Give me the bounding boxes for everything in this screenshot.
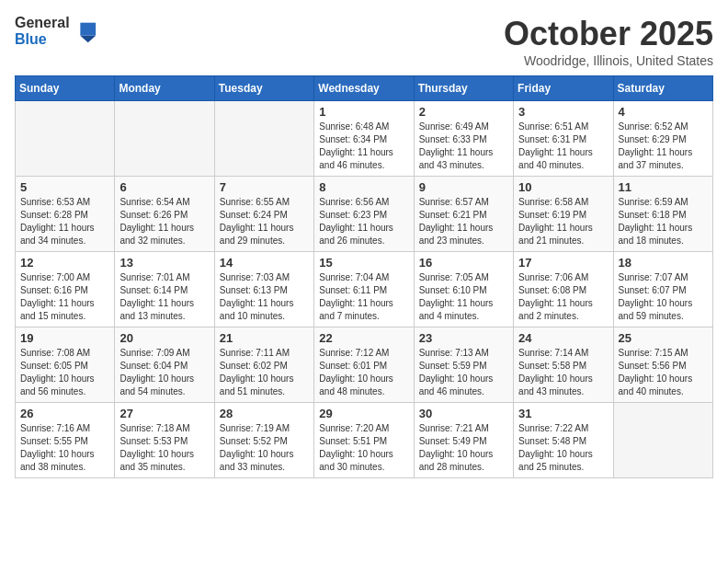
day-info: Sunrise: 7:12 AM Sunset: 6:01 PM Dayligh…: [319, 347, 408, 398]
day-number: 22: [319, 331, 408, 345]
calendar-cell: 30Sunrise: 7:21 AM Sunset: 5:49 PM Dayli…: [414, 403, 513, 478]
calendar-cell: [214, 101, 313, 177]
title-block: October 2025 Woodridge, Illinois, United…: [504, 15, 713, 68]
day-number: 27: [119, 407, 209, 420]
day-info: Sunrise: 6:52 AM Sunset: 6:29 PM Dayligh…: [619, 121, 708, 172]
day-number: 24: [518, 331, 608, 345]
day-info: Sunrise: 6:55 AM Sunset: 6:24 PM Dayligh…: [220, 196, 309, 247]
day-info: Sunrise: 6:48 AM Sunset: 6:34 PM Dayligh…: [319, 121, 408, 172]
location: Woodridge, Illinois, United States: [504, 53, 713, 68]
calendar-cell: 3Sunrise: 6:51 AM Sunset: 6:31 PM Daylig…: [514, 101, 613, 177]
calendar-cell: 2Sunrise: 6:49 AM Sunset: 6:33 PM Daylig…: [414, 101, 513, 177]
day-info: Sunrise: 6:58 AM Sunset: 6:19 PM Dayligh…: [518, 196, 608, 247]
day-number: 25: [619, 331, 708, 345]
calendar-cell: 24Sunrise: 7:14 AM Sunset: 5:58 PM Dayli…: [514, 327, 613, 403]
day-number: 26: [20, 407, 109, 420]
day-number: 17: [518, 256, 608, 270]
day-info: Sunrise: 7:13 AM Sunset: 5:59 PM Dayligh…: [419, 347, 508, 398]
calendar-header-row: SundayMondayTuesdayWednesdayThursdayFrid…: [16, 76, 713, 101]
calendar-cell: 22Sunrise: 7:12 AM Sunset: 6:01 PM Dayli…: [314, 327, 414, 403]
calendar-cell: 1Sunrise: 6:48 AM Sunset: 6:34 PM Daylig…: [314, 101, 414, 177]
calendar-cell: 10Sunrise: 6:58 AM Sunset: 6:19 PM Dayli…: [514, 177, 613, 252]
calendar-cell: 18Sunrise: 7:07 AM Sunset: 6:07 PM Dayli…: [613, 252, 712, 327]
header-sunday: Sunday: [16, 76, 115, 101]
day-number: 29: [319, 407, 408, 420]
logo-general: General: [15, 15, 70, 31]
day-number: 5: [20, 180, 109, 194]
day-number: 4: [619, 105, 708, 119]
day-info: Sunrise: 7:09 AM Sunset: 6:04 PM Dayligh…: [119, 347, 209, 398]
day-info: Sunrise: 7:03 AM Sunset: 6:13 PM Dayligh…: [220, 271, 309, 323]
day-number: 20: [119, 331, 209, 345]
header-saturday: Saturday: [613, 76, 712, 101]
day-info: Sunrise: 7:05 AM Sunset: 6:10 PM Dayligh…: [419, 271, 508, 323]
calendar-cell: 21Sunrise: 7:11 AM Sunset: 6:02 PM Dayli…: [214, 327, 313, 403]
day-number: 28: [220, 407, 309, 420]
day-info: Sunrise: 7:19 AM Sunset: 5:52 PM Dayligh…: [220, 422, 309, 474]
header-monday: Monday: [115, 76, 214, 101]
day-info: Sunrise: 7:08 AM Sunset: 6:05 PM Dayligh…: [20, 347, 109, 398]
day-number: 23: [419, 331, 508, 345]
day-info: Sunrise: 6:53 AM Sunset: 6:28 PM Dayligh…: [20, 196, 109, 247]
header-wednesday: Wednesday: [314, 76, 414, 101]
day-number: 31: [518, 407, 608, 420]
calendar-cell: 28Sunrise: 7:19 AM Sunset: 5:52 PM Dayli…: [214, 403, 313, 478]
day-info: Sunrise: 7:21 AM Sunset: 5:49 PM Dayligh…: [419, 422, 508, 474]
day-info: Sunrise: 6:59 AM Sunset: 6:18 PM Dayligh…: [619, 196, 708, 247]
calendar-cell: 19Sunrise: 7:08 AM Sunset: 6:05 PM Dayli…: [16, 327, 115, 403]
logo-blue: Blue: [15, 31, 70, 48]
calendar-cell: 16Sunrise: 7:05 AM Sunset: 6:10 PM Dayli…: [414, 252, 513, 327]
day-number: 30: [419, 407, 508, 420]
day-info: Sunrise: 6:56 AM Sunset: 6:23 PM Dayligh…: [319, 196, 408, 247]
calendar-cell: 20Sunrise: 7:09 AM Sunset: 6:04 PM Dayli…: [115, 327, 214, 403]
day-info: Sunrise: 6:57 AM Sunset: 6:21 PM Dayligh…: [419, 196, 508, 247]
day-info: Sunrise: 6:54 AM Sunset: 6:26 PM Dayligh…: [119, 196, 209, 247]
calendar-cell: 29Sunrise: 7:20 AM Sunset: 5:51 PM Dayli…: [314, 403, 414, 478]
day-number: 14: [220, 256, 309, 270]
day-number: 6: [119, 180, 209, 194]
calendar-cell: [613, 403, 712, 478]
day-info: Sunrise: 7:20 AM Sunset: 5:51 PM Dayligh…: [319, 422, 408, 474]
day-number: 2: [419, 105, 508, 119]
day-number: 19: [20, 331, 109, 345]
calendar-cell: 8Sunrise: 6:56 AM Sunset: 6:23 PM Daylig…: [314, 177, 414, 252]
week-row-2: 12Sunrise: 7:00 AM Sunset: 6:16 PM Dayli…: [16, 252, 713, 327]
day-info: Sunrise: 7:11 AM Sunset: 6:02 PM Dayligh…: [220, 347, 309, 398]
calendar-cell: 11Sunrise: 6:59 AM Sunset: 6:18 PM Dayli…: [613, 177, 712, 252]
week-row-3: 19Sunrise: 7:08 AM Sunset: 6:05 PM Dayli…: [16, 327, 713, 403]
day-info: Sunrise: 7:06 AM Sunset: 6:08 PM Dayligh…: [518, 271, 608, 323]
calendar-table: SundayMondayTuesdayWednesdayThursdayFrid…: [15, 75, 713, 478]
day-info: Sunrise: 7:01 AM Sunset: 6:14 PM Dayligh…: [119, 271, 209, 323]
header-friday: Friday: [514, 76, 613, 101]
calendar-cell: [115, 101, 214, 177]
calendar-cell: 14Sunrise: 7:03 AM Sunset: 6:13 PM Dayli…: [214, 252, 313, 327]
day-number: 12: [20, 256, 109, 270]
calendar-cell: 26Sunrise: 7:16 AM Sunset: 5:55 PM Dayli…: [16, 403, 115, 478]
day-number: 8: [319, 180, 408, 194]
week-row-0: 1Sunrise: 6:48 AM Sunset: 6:34 PM Daylig…: [16, 101, 713, 177]
day-number: 1: [319, 105, 408, 119]
svg-marker-1: [80, 35, 96, 41]
calendar-cell: 12Sunrise: 7:00 AM Sunset: 6:16 PM Dayli…: [16, 252, 115, 327]
day-number: 11: [619, 180, 708, 194]
week-row-1: 5Sunrise: 6:53 AM Sunset: 6:28 PM Daylig…: [16, 177, 713, 252]
calendar-cell: 15Sunrise: 7:04 AM Sunset: 6:11 PM Dayli…: [314, 252, 414, 327]
day-number: 21: [220, 331, 309, 345]
calendar-cell: 7Sunrise: 6:55 AM Sunset: 6:24 PM Daylig…: [214, 177, 313, 252]
day-info: Sunrise: 7:04 AM Sunset: 6:11 PM Dayligh…: [319, 271, 408, 323]
calendar-cell: 5Sunrise: 6:53 AM Sunset: 6:28 PM Daylig…: [16, 177, 115, 252]
calendar-cell: 13Sunrise: 7:01 AM Sunset: 6:14 PM Dayli…: [115, 252, 214, 327]
header-thursday: Thursday: [414, 76, 513, 101]
calendar-cell: 17Sunrise: 7:06 AM Sunset: 6:08 PM Dayli…: [514, 252, 613, 327]
day-info: Sunrise: 7:14 AM Sunset: 5:58 PM Dayligh…: [518, 347, 608, 398]
logo-icon: [72, 18, 97, 44]
calendar-cell: 6Sunrise: 6:54 AM Sunset: 6:26 PM Daylig…: [115, 177, 214, 252]
calendar-cell: 31Sunrise: 7:22 AM Sunset: 5:48 PM Dayli…: [514, 403, 613, 478]
day-info: Sunrise: 7:07 AM Sunset: 6:07 PM Dayligh…: [619, 271, 708, 323]
day-info: Sunrise: 7:15 AM Sunset: 5:56 PM Dayligh…: [619, 347, 708, 398]
calendar-cell: 4Sunrise: 6:52 AM Sunset: 6:29 PM Daylig…: [613, 101, 712, 177]
calendar-cell: 23Sunrise: 7:13 AM Sunset: 5:59 PM Dayli…: [414, 327, 513, 403]
logo-text: General Blue: [15, 15, 70, 47]
day-number: 16: [419, 256, 508, 270]
logo: General Blue: [15, 15, 97, 47]
